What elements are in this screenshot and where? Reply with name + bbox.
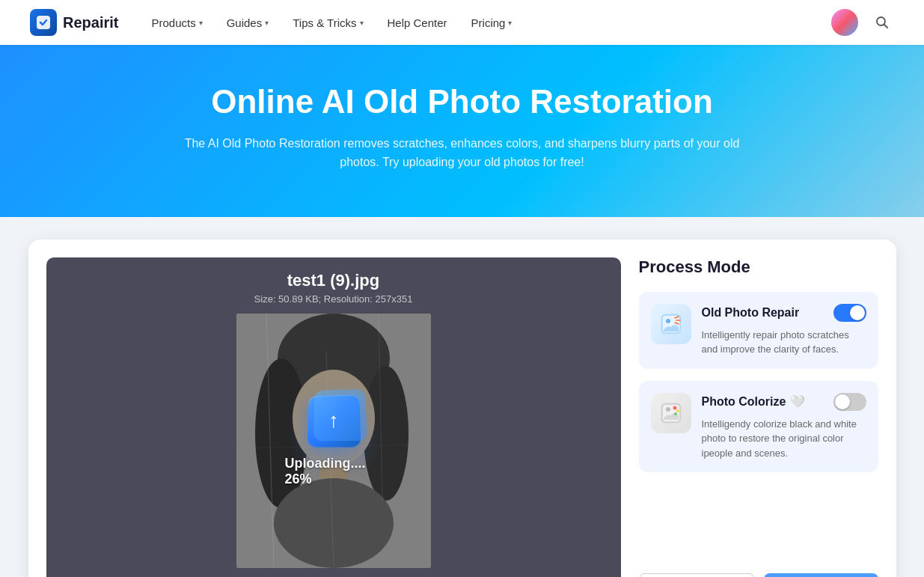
nav-item-guides[interactable]: Guides ▾ <box>216 10 280 35</box>
toggle-knob-colorize <box>835 394 850 409</box>
mode-name-colorize: Photo Colorize 🤍 <box>702 394 806 409</box>
chevron-down-icon: ▾ <box>360 19 364 27</box>
mode-name-repair: Old Photo Repair <box>702 306 800 320</box>
mode-content-colorize: Photo Colorize 🤍 Intelligendy colorize b… <box>702 393 866 461</box>
nav-item-pricing[interactable]: Pricing ▾ <box>461 10 523 35</box>
upload-arrow-icon: ↑ <box>328 409 338 433</box>
search-icon[interactable] <box>870 10 894 34</box>
svg-point-21 <box>666 319 670 323</box>
change-another-photo-button[interactable]: Change Another Photo <box>639 573 755 577</box>
hero-section: Online AI Old Photo Restoration The AI O… <box>0 45 924 217</box>
nav-label-help-center: Help Center <box>388 16 447 29</box>
chevron-down-icon: ▾ <box>265 19 269 27</box>
mode-header-colorize: Photo Colorize 🤍 <box>702 393 866 411</box>
colorize-emoji: 🤍 <box>790 394 805 409</box>
start-button[interactable]: Start <box>764 573 878 577</box>
colorize-icon <box>658 400 685 427</box>
mode-content-repair: Old Photo Repair Intelligently repair ph… <box>702 304 866 357</box>
nav-label-tips-tricks: Tips & Tricks <box>293 16 356 29</box>
process-mode-title: Process Mode <box>639 257 878 277</box>
chevron-down-icon: ▾ <box>508 19 512 27</box>
upload-progress-overlay: ↑ Uploading.... 26% <box>285 394 382 487</box>
repair-icon <box>658 311 685 338</box>
hero-subtitle: The AI Old Photo Restoration removes scr… <box>182 134 743 172</box>
svg-point-27 <box>666 407 670 412</box>
navbar: Repairit Products ▾ Guides ▾ Tips & Tric… <box>0 0 924 45</box>
nav-label-guides: Guides <box>227 16 263 29</box>
mode-header-repair: Old Photo Repair <box>702 304 866 322</box>
upload-cube-icon: ↑ <box>308 394 360 447</box>
upload-meta: Size: 50.89 KB; Resolution: 257x351 <box>254 293 413 305</box>
upload-header: test1 (9).jpg Size: 50.89 KB; Resolution… <box>239 257 428 314</box>
nav-right <box>831 9 894 36</box>
mode-icon-colorize <box>651 393 691 433</box>
chevron-down-icon: ▾ <box>199 19 203 27</box>
mode-card-old-photo-repair: Old Photo Repair Intelligently repair ph… <box>639 292 878 369</box>
toggle-photo-colorize[interactable] <box>833 393 866 411</box>
brand-icon <box>30 9 57 36</box>
svg-point-30 <box>674 412 677 415</box>
process-panel: Process Mode Old Ph <box>639 257 878 577</box>
brand-logo[interactable]: Repairit <box>30 9 118 36</box>
mode-desc-repair: Intelligently repair photo scratches and… <box>702 328 866 357</box>
svg-point-29 <box>676 409 679 412</box>
nav-label-products: Products <box>151 16 195 29</box>
mode-desc-colorize: Intelligendy colorize black and white ph… <box>702 417 866 461</box>
nav-links: Products ▾ Guides ▾ Tips & Tricks ▾ Help… <box>141 10 831 35</box>
nav-item-tips-tricks[interactable]: Tips & Tricks ▾ <box>282 10 373 35</box>
svg-line-2 <box>884 25 888 28</box>
mode-card-photo-colorize: Photo Colorize 🤍 Intelligendy colorize b… <box>639 381 878 473</box>
cube-3d: ↑ <box>307 395 361 448</box>
toggle-knob-repair <box>850 305 865 320</box>
photo-preview: ↑ Uploading.... 26% <box>236 314 431 568</box>
avatar[interactable] <box>831 9 858 36</box>
sidebar-actions: Change Another Photo Start <box>639 558 878 577</box>
mode-icon-repair <box>651 304 691 344</box>
upload-area: test1 (9).jpg Size: 50.89 KB; Resolution… <box>46 257 621 577</box>
brand-name: Repairit <box>63 14 118 31</box>
svg-point-28 <box>673 406 676 409</box>
main-card: test1 (9).jpg Size: 50.89 KB; Resolution… <box>28 239 896 577</box>
nav-label-pricing: Pricing <box>471 16 506 29</box>
nav-item-help-center[interactable]: Help Center <box>377 10 458 35</box>
upload-filename: test1 (9).jpg <box>254 271 413 290</box>
uploading-progress-text: Uploading.... 26% <box>285 456 382 487</box>
nav-item-products[interactable]: Products ▾ <box>141 10 212 35</box>
toggle-old-photo-repair[interactable] <box>833 304 866 322</box>
hero-title: Online AI Old Photo Restoration <box>15 82 909 122</box>
